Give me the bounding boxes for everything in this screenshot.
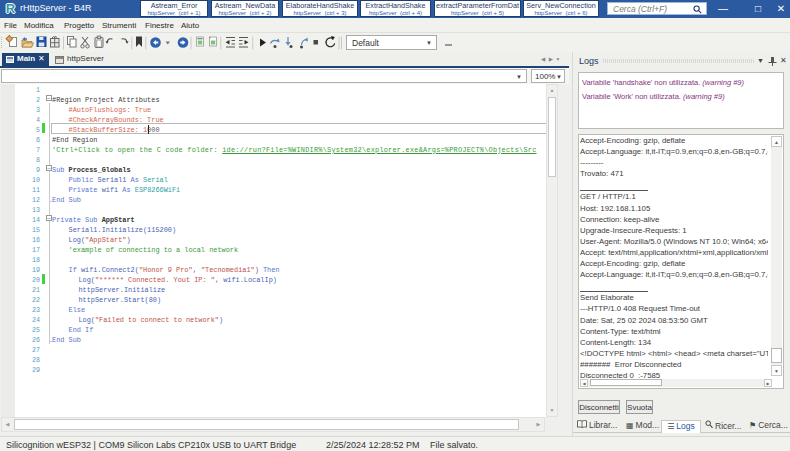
svg-text:': '	[210, 36, 211, 42]
